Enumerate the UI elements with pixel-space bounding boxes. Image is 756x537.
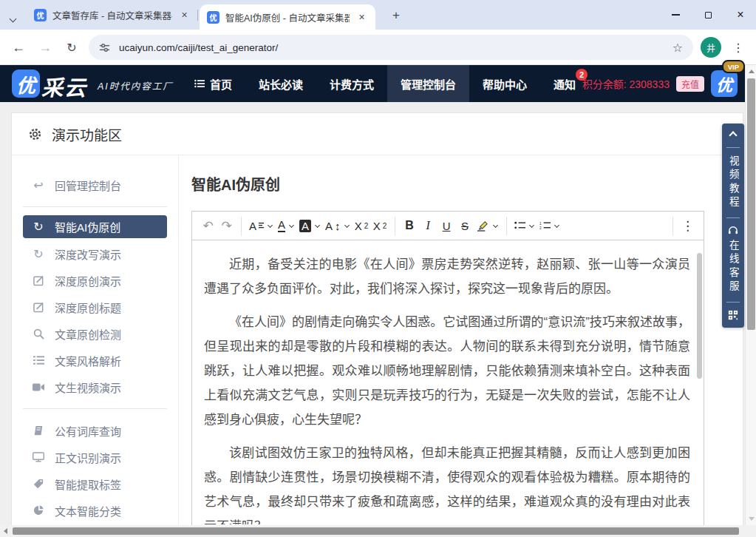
horizontal-scrollbar-thumb[interactable] <box>13 527 739 535</box>
superscript-button[interactable]: X2 <box>371 215 389 236</box>
headset-icon[interactable] <box>728 226 738 235</box>
tab-title: 文章暂存库 - 自动文章采集器-优 <box>52 8 172 22</box>
video-camera-icon <box>32 382 45 392</box>
strikethrough-button[interactable]: S <box>456 215 474 236</box>
tag-icon <box>32 479 45 489</box>
scroll-up-arrow[interactable] <box>749 70 755 73</box>
tab-close-icon[interactable]: × <box>178 9 191 21</box>
sidebar-item-text-classification[interactable]: 文本智能分类 <box>23 497 167 524</box>
list-icon <box>194 79 205 88</box>
chevron-down-icon <box>289 222 294 227</box>
rich-text-editor: ↶ ↷ A A <box>191 211 704 525</box>
chevron-down-icon <box>268 222 273 227</box>
bulleted-list-dropdown[interactable] <box>512 215 537 236</box>
nav-item-home[interactable]: 首页 <box>181 65 245 102</box>
sidebar-item-tag-extraction[interactable]: 智能提取标签 <box>23 470 167 497</box>
highlight-dropdown[interactable] <box>474 215 501 236</box>
editor-content[interactable]: 近期，备受关注的电影《在人间》票房走势突然逆转，赵丽颖、张一山等一众演员遭遇了众… <box>192 240 704 524</box>
horizontal-scrollbar[interactable] <box>0 525 745 537</box>
font-background-dropdown[interactable]: A <box>297 215 323 236</box>
font-size-dropdown[interactable]: A↕ <box>323 215 353 236</box>
recharge-button[interactable]: 充值 <box>676 76 704 92</box>
address-bar[interactable]: ucaiyun.com/caiji/test_ai_generator/ ☆ <box>89 35 693 60</box>
tab-close-icon[interactable]: × <box>355 11 368 24</box>
sidebar-item-deep-original[interactable]: 深度原创演示 <box>23 267 167 294</box>
tab-title: 智能AI伪原创 - 自动文章采集器 <box>225 10 350 24</box>
sidebar-item-style-analysis[interactable]: 文案风格解析 <box>23 347 167 374</box>
feature-title: 智能AI伪原创 <box>191 173 704 195</box>
bold-button[interactable]: B <box>401 215 419 236</box>
points-balance: 积分余额: 2308333 <box>582 76 670 91</box>
tab-ai-rewrite-active[interactable]: 优 智能AI伪原创 - 自动文章采集器 × <box>200 4 375 30</box>
nav-item-console[interactable]: 管理控制台 <box>387 65 469 102</box>
font-color-dropdown[interactable]: A <box>276 215 297 236</box>
main-content: 智能AI伪原创 ↶ ↷ A A <box>178 155 743 525</box>
redo-button[interactable]: ↷ <box>217 215 236 236</box>
site-logo-name[interactable]: 采云 <box>41 70 87 101</box>
edit-icon <box>32 275 45 286</box>
underline-button[interactable]: U <box>437 215 456 236</box>
forward-button[interactable]: → <box>35 38 55 57</box>
vertical-scrollbar[interactable] <box>745 65 756 525</box>
paragraph: 《在人间》的剧情走向确实令人困惑。它试图通过所谓的“意识流”技巧来叙述故事，但呈… <box>204 310 690 432</box>
tab-divider <box>197 10 198 21</box>
nav-item-must-read[interactable]: 站长必读 <box>245 65 316 102</box>
collapse-chevron-icon[interactable] <box>729 131 737 139</box>
site-settings-icon[interactable] <box>99 42 110 53</box>
window-close-button[interactable]: × <box>725 0 756 30</box>
user-avatar[interactable]: 优 <box>711 70 738 97</box>
nav-item-help[interactable]: 帮助中心 <box>469 65 540 102</box>
qr-code-icon[interactable] <box>728 310 738 320</box>
url-text[interactable]: ucaiyun.com/caiji/test_ai_generator/ <box>119 42 672 53</box>
sidebar-item-ai-rewrite[interactable]: ↻ 智能AI伪原创 <box>23 215 167 238</box>
window-restore-button[interactable] <box>692 0 723 30</box>
tab-search-icon[interactable] <box>10 11 17 18</box>
content-card: 演示功能区 ↩ 回管理控制台 ↻ 智能AI伪原创 ↻ 深度改 <box>11 112 743 525</box>
minimize-icon <box>672 14 680 15</box>
refresh-icon: ↻ <box>32 247 45 261</box>
bookmark-star-icon[interactable]: ☆ <box>672 41 683 55</box>
back-button[interactable]: ← <box>9 38 28 57</box>
numbered-list-dropdown[interactable]: 12 <box>537 215 562 236</box>
subscript-button[interactable]: X2 <box>353 215 371 236</box>
tab-article-store[interactable]: 优 文章暂存库 - 自动文章采集器-优 × <box>30 5 195 24</box>
svg-text:1: 1 <box>539 222 542 226</box>
return-arrow-icon: ↩ <box>32 178 45 192</box>
chevron-down-icon <box>344 222 350 227</box>
sidebar-item-deep-rewrite[interactable]: ↻ 深度改写演示 <box>23 240 167 267</box>
site-logo-icon[interactable]: 优 <box>12 70 40 98</box>
toolbar-more-button[interactable]: ⋮ <box>678 215 697 236</box>
edit-icon <box>32 302 45 313</box>
scroll-left-arrow[interactable] <box>4 528 7 534</box>
editor-scrollbar-thumb[interactable] <box>697 253 702 379</box>
sidebar-item-text-to-video[interactable]: 文生视频演示 <box>23 374 167 400</box>
video-tutorial-button[interactable]: 视频教程 <box>728 155 738 210</box>
scroll-down-arrow[interactable] <box>749 517 755 521</box>
vip-badge: VIP <box>722 60 745 73</box>
sidebar-item-originality-check[interactable]: 文章原创检测 <box>23 320 167 347</box>
chevron-down-icon <box>493 222 498 227</box>
italic-button[interactable]: I <box>419 215 437 236</box>
heading-dropdown[interactable]: A <box>247 215 276 236</box>
browser-menu-icon[interactable]: ⋮ <box>729 37 747 58</box>
nav-item-pricing[interactable]: 计费方式 <box>316 65 387 102</box>
refresh-icon: ↻ <box>32 220 45 234</box>
sidebar-item-original-title[interactable]: 深度原创标题 <box>23 294 167 320</box>
site-favicon: 优 <box>207 11 219 24</box>
sidebar-divider <box>23 206 167 207</box>
sidebar-item-back-to-console[interactable]: ↩ 回管理控制台 <box>23 172 167 198</box>
browser-profile-avatar[interactable]: 井 <box>701 37 721 58</box>
reload-button[interactable]: ↻ <box>62 38 81 57</box>
undo-button[interactable]: ↶ <box>199 215 217 236</box>
page-viewport: 优 采云 AI时代内容工厂 首页 站长必读 计费方式 管理控制台 帮助中心 通知… <box>0 65 745 525</box>
vertical-scrollbar-thumb[interactable] <box>747 78 755 330</box>
new-tab-button[interactable]: + <box>387 7 405 24</box>
page-title: 演示功能区 <box>52 124 122 144</box>
numbered-list-icon: 12 <box>539 221 551 230</box>
chevron-down-icon <box>315 222 320 227</box>
sidebar-item-public-lexicon[interactable]: 公有词库查询 <box>23 417 167 444</box>
window-minimize-button[interactable] <box>660 0 691 30</box>
online-service-button[interactable]: 在线客服 <box>728 240 738 294</box>
sidebar-item-body-recognition[interactable]: 正文识别演示 <box>23 444 167 470</box>
scrollbar-corner <box>745 525 756 537</box>
